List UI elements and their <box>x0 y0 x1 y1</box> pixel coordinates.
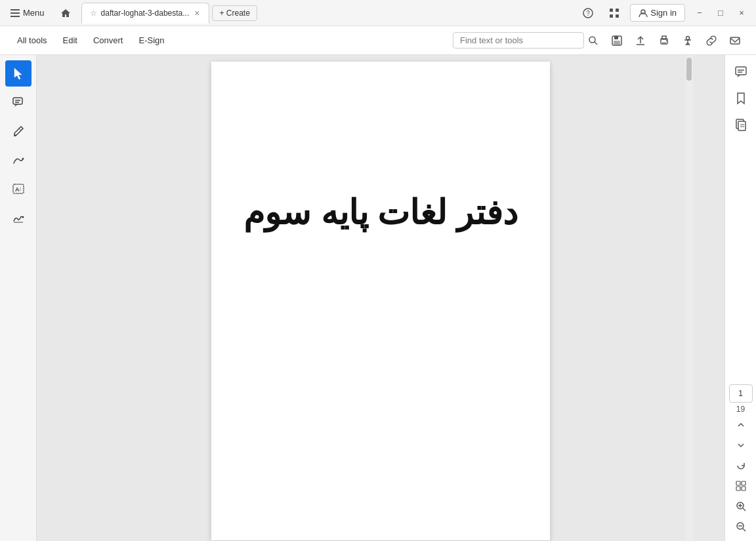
tab-close-button[interactable]: × <box>193 8 201 18</box>
star-icon: ☆ <box>90 9 97 18</box>
draw-tool-button[interactable] <box>5 147 32 173</box>
menu-button[interactable]: Menu <box>5 5 50 20</box>
svg-marker-37 <box>738 93 744 104</box>
svg-rect-33 <box>736 67 746 75</box>
svg-point-26 <box>22 158 24 160</box>
annotate-tool-button[interactable] <box>5 118 32 144</box>
svg-rect-44 <box>736 487 740 491</box>
thumbnail-button[interactable] <box>732 477 750 495</box>
save-icon <box>611 35 623 47</box>
save-button[interactable] <box>606 30 627 51</box>
svg-text:?: ? <box>586 10 590 17</box>
edit-button[interactable]: Edit <box>56 32 84 49</box>
apps-icon <box>609 8 620 18</box>
home-icon <box>60 8 71 18</box>
convert-button[interactable]: Convert <box>87 32 130 49</box>
svg-rect-45 <box>742 487 746 491</box>
close-button[interactable]: × <box>732 4 751 22</box>
refresh-icon <box>736 460 746 471</box>
page-nav-section: 1 19 <box>729 384 753 536</box>
esign-button[interactable]: E-Sign <box>132 32 171 49</box>
search-area <box>453 32 598 49</box>
chevron-down-icon <box>736 440 746 451</box>
print-icon <box>658 35 670 47</box>
svg-point-17 <box>686 36 690 39</box>
thumbnail-icon <box>736 481 746 491</box>
help-icon: ? <box>583 8 593 18</box>
print-button[interactable] <box>654 30 675 51</box>
svg-rect-3 <box>616 9 619 12</box>
svg-rect-18 <box>730 37 740 44</box>
zoom-in-button[interactable] <box>732 497 750 515</box>
search-icon <box>588 35 598 46</box>
svg-rect-15 <box>662 42 666 44</box>
svg-rect-14 <box>662 36 666 39</box>
mail-icon <box>729 35 741 47</box>
svg-point-31 <box>22 216 24 218</box>
pdf-page: دفتر لغات پایه سوم <box>211 62 550 540</box>
signin-button[interactable]: Sign in <box>630 4 685 22</box>
mail-button[interactable] <box>724 30 746 51</box>
pages-panel-button[interactable] <box>729 113 753 136</box>
svg-rect-39 <box>738 121 746 130</box>
scrollbar-thumb[interactable] <box>686 58 692 81</box>
svg-point-7 <box>589 37 595 43</box>
pages-icon <box>734 118 747 131</box>
comment-tool-button[interactable] <box>5 89 32 115</box>
svg-line-47 <box>743 508 746 511</box>
bookmark-panel-button[interactable] <box>729 87 753 110</box>
accessibility-button[interactable] <box>677 30 698 51</box>
link-button[interactable] <box>701 30 722 51</box>
svg-rect-4 <box>610 14 613 18</box>
svg-rect-2 <box>610 9 613 12</box>
sign-tool-button[interactable] <box>5 205 32 231</box>
upload-button[interactable] <box>630 30 651 51</box>
chat-panel-button[interactable] <box>729 60 753 84</box>
help-button[interactable]: ? <box>578 3 598 24</box>
titlebar: Menu ☆ daftar-loghat-3-dabesta... × + Cr… <box>0 0 756 26</box>
bookmark-icon <box>734 92 747 105</box>
pen-icon <box>12 125 25 138</box>
cursor-icon <box>12 67 25 80</box>
link-icon <box>705 35 717 47</box>
alltools-button[interactable]: All tools <box>10 32 54 49</box>
search-input[interactable] <box>453 32 584 49</box>
upload-icon <box>635 35 646 47</box>
menu-label: Menu <box>23 8 45 18</box>
zoom-out-button[interactable] <box>732 517 750 536</box>
textbox-icon: A <box>12 182 25 195</box>
maximize-button[interactable]: □ <box>711 4 730 22</box>
svg-marker-19 <box>14 68 22 79</box>
page-number-box[interactable]: 1 <box>729 384 753 403</box>
tab-title: daftar-loghat-3-dabesta... <box>101 9 190 18</box>
current-page: 1 <box>738 389 743 398</box>
new-tab-button[interactable]: + Create <box>212 5 257 21</box>
svg-line-24 <box>19 129 21 130</box>
viewer-area: دفتر لغات پایه سوم <box>37 55 724 541</box>
select-tool-button[interactable] <box>5 60 32 87</box>
svg-rect-10 <box>614 36 618 39</box>
home-button[interactable] <box>55 3 76 24</box>
comment-icon <box>12 96 25 109</box>
page-down-button[interactable] <box>732 436 750 454</box>
draw-icon <box>12 153 25 167</box>
user-icon <box>639 9 648 18</box>
active-tab[interactable]: ☆ daftar-loghat-3-dabesta... × <box>81 3 210 24</box>
accessibility-icon <box>682 35 694 47</box>
page-up-button[interactable] <box>732 416 750 434</box>
svg-rect-42 <box>736 481 740 485</box>
svg-line-8 <box>595 42 597 45</box>
svg-point-16 <box>666 40 667 41</box>
right-panel: 1 19 <box>724 55 756 541</box>
viewer-scrollbar[interactable] <box>685 55 693 541</box>
svg-line-51 <box>743 529 746 531</box>
minimize-button[interactable]: − <box>690 4 709 22</box>
tab-bar: ☆ daftar-loghat-3-dabesta... × + Create <box>81 3 573 24</box>
refresh-button[interactable] <box>732 456 750 475</box>
zoom-out-icon <box>736 521 746 532</box>
hamburger-icon <box>10 9 20 17</box>
toolbar: All tools Edit Convert E-Sign <box>0 26 756 55</box>
text-tool-button[interactable]: A <box>5 176 32 202</box>
apps-button[interactable] <box>604 3 625 24</box>
sign-icon <box>12 211 25 224</box>
